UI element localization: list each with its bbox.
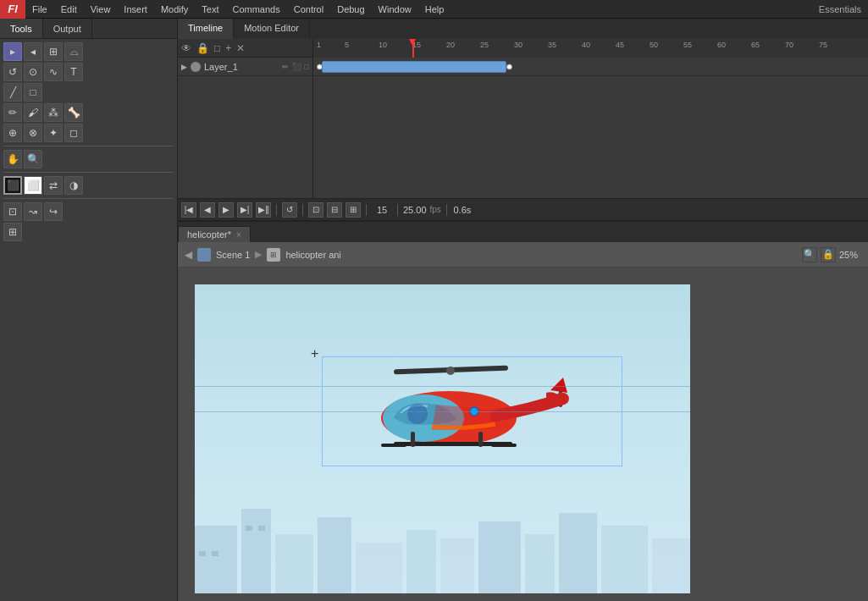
layer-visibility[interactable] [191,62,201,72]
helicopter-group[interactable] [326,361,576,464]
menu-debug[interactable]: Debug [330,0,371,19]
tool-row-1: ▸ ◂ ⊞ ⌓ [3,42,174,61]
bone-tool[interactable]: 🦴 [64,103,83,122]
pencil-tool[interactable]: ✏ [3,103,22,122]
symbol-label[interactable]: helicopter ani [285,250,340,260]
free-transform-tool[interactable]: ⊞ [44,42,63,61]
tab-timeline[interactable]: Timeline [178,19,234,39]
stage[interactable] [195,284,690,593]
timeline-ruler: 1 5 10 15 20 25 30 35 40 45 50 55 60 65 [313,39,868,58]
fps-label: fps [430,205,441,214]
zoom-level[interactable]: 25% [839,250,861,260]
svg-rect-5 [406,530,436,593]
menu-bar: Fl File Edit View Insert Modify Text Com… [0,0,868,19]
svg-rect-15 [258,526,265,531]
layer-name[interactable]: Layer_1 [204,62,275,72]
next-frame-btn[interactable]: ▶| [237,202,252,218]
stroke-color-btn[interactable]: ⬛ [3,176,22,195]
timeline-footer: |◀ ◀ ▶ ▶| ▶‖ ↺ ⊡ ⊟ ⊞ 15 25.00 fps 0.6s [178,198,868,220]
eye-icon[interactable]: 👁 [181,42,191,54]
fill-color-btn[interactable]: ⬜ [24,176,42,195]
menu-commands[interactable]: Commands [225,0,286,19]
onion-skin-btn[interactable]: ⊡ [308,202,323,218]
menu-modify[interactable]: Modify [154,0,195,19]
scene-label[interactable]: Scene 1 [216,250,250,260]
motion-guide-btn[interactable]: ↝ [24,202,42,221]
bind-tool[interactable]: ⊞ [3,223,22,241]
selection-box [322,356,622,466]
lasso-tool[interactable]: ⌓ [64,42,83,61]
hand-tool[interactable]: ✋ [3,150,22,168]
time-display: 0.6s [452,205,473,215]
svg-rect-3 [318,517,351,593]
back-btn[interactable]: ◀ [185,249,192,261]
svg-rect-9 [559,513,597,593]
tab-output[interactable]: Output [43,19,92,38]
zoom-tool[interactable]: 🔍 [24,150,42,168]
document-tab-helicopter[interactable]: helicopter* × [178,226,251,242]
text-tool[interactable]: T [64,63,83,81]
menu-control[interactable]: Control [287,0,330,19]
menu-edit[interactable]: Edit [54,0,84,19]
ruler-40: 40 [580,39,590,49]
paint-bucket-tool[interactable]: ⊕ [3,124,22,142]
keyframe-end[interactable] [506,63,512,69]
zoom-in-btn[interactable]: 🔒 [821,247,836,262]
lock-icon[interactable]: 🔒 [196,42,209,54]
select-tool[interactable]: ▸ [3,42,22,61]
fps-display[interactable]: 25.00 [403,205,427,215]
motion-tween[interactable] [322,61,506,73]
edit-onion-btn[interactable]: ⊞ [346,202,361,218]
tab-motion-editor[interactable]: Motion Editor [234,19,310,39]
ruler-30: 30 [512,39,522,49]
play-btn[interactable]: ▶ [218,202,234,218]
loop-btn[interactable]: ↺ [282,202,297,218]
snap-tool[interactable]: ⊡ [3,202,22,221]
eyedropper-tool[interactable]: ✦ [44,124,63,142]
ruler-55: 55 [682,39,692,49]
tool-row-3: ╱ □ [3,83,174,102]
menu-window[interactable]: Window [372,0,418,19]
add-layer-icon[interactable]: + [225,42,231,54]
delete-layer-icon[interactable]: ✕ [236,42,245,54]
svg-rect-0 [195,526,237,593]
menu-help[interactable]: Help [418,0,451,19]
menu-file[interactable]: File [25,0,54,19]
stage-container[interactable] [178,267,868,601]
rectangle-tool[interactable]: □ [24,83,42,102]
tab-tools[interactable]: Tools [0,19,43,38]
tool-row-5: ⊕ ⊗ ✦ ◻ [3,124,174,142]
frame-row-1 [313,58,868,76]
zoom-out-btn[interactable]: 🔍 [802,247,817,262]
layer-row-1[interactable]: ▶ Layer_1 ✏ ⬛ □ [178,58,312,76]
tool-row-6: ✋ 🔍 [3,150,174,168]
deco-tool[interactable]: ⁂ [44,103,63,122]
first-frame-btn[interactable]: |◀ [181,202,196,218]
eraser-tool[interactable]: ◻ [64,124,83,142]
frames-area[interactable] [313,58,868,198]
ruler-75: 75 [817,39,827,49]
outline-icon[interactable]: □ [214,42,220,54]
subselect-tool[interactable]: ◂ [24,42,42,61]
ink-bottle-tool[interactable]: ⊗ [24,124,42,142]
classic-tween-btn[interactable]: ↪ [44,202,63,221]
last-frame-btn[interactable]: ▶‖ [256,202,271,218]
timeline-content: ▶ Layer_1 ✏ ⬛ □ [178,58,868,198]
tf-sep4 [397,204,398,216]
menu-view[interactable]: View [84,0,118,19]
app-icon: Fl [0,0,25,19]
brush-tool[interactable]: 🖌 [24,103,42,122]
prev-frame-btn[interactable]: ◀ [200,202,215,218]
menu-insert[interactable]: Insert [117,0,154,19]
magic-wand-tool[interactable]: ⊙ [24,63,42,81]
doc-tab-close[interactable]: × [236,230,241,240]
menu-text[interactable]: Text [195,0,225,19]
ruler-10: 10 [377,39,387,49]
default-colors-btn[interactable]: ◑ [64,176,83,195]
3d-rotation-tool[interactable]: ↺ [3,63,22,81]
ruler-5: 5 [343,39,349,49]
swap-colors-btn[interactable]: ⇄ [44,176,63,195]
line-tool[interactable]: ╱ [3,83,22,102]
straighten-tool[interactable]: ∿ [44,63,63,81]
onion-outlines-btn[interactable]: ⊟ [327,202,342,218]
